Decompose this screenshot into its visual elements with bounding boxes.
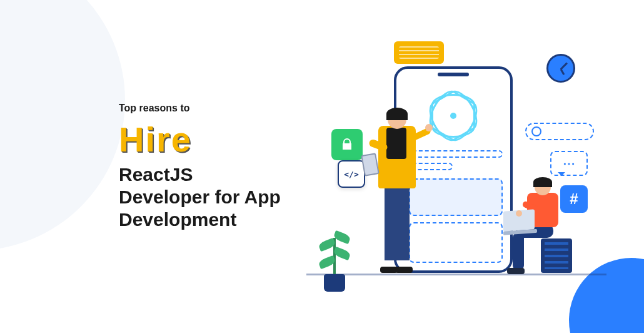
phone-notch bbox=[438, 73, 469, 76]
subtitle-text: ReactJS Developer for App Development bbox=[119, 163, 281, 231]
plant-illustration bbox=[313, 217, 356, 292]
lock-icon bbox=[331, 129, 363, 160]
sitting-developer-illustration bbox=[510, 179, 585, 279]
hero-illustration: # </> bbox=[306, 35, 606, 298]
clock-icon bbox=[546, 54, 575, 83]
content-row: Top reasons to Hire ReactJS Developer fo… bbox=[0, 0, 644, 333]
react-logo-icon bbox=[431, 94, 475, 138]
chat-icon bbox=[550, 151, 588, 176]
hire-word: Hire bbox=[119, 119, 281, 160]
kicker-text: Top reasons to bbox=[119, 103, 281, 114]
code-tag-icon: </> bbox=[338, 160, 365, 188]
document-icon bbox=[394, 41, 444, 64]
standing-developer-illustration bbox=[363, 110, 425, 273]
search-pill-icon bbox=[525, 123, 594, 140]
headline-block: Top reasons to Hire ReactJS Developer fo… bbox=[119, 103, 281, 231]
